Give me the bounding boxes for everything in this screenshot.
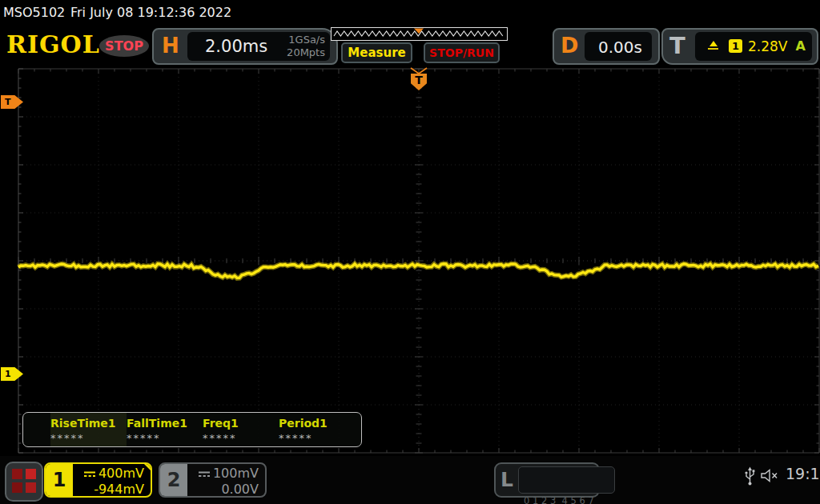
oscilloscope-screen: MSO5102 Fri July 08 19:12:36 2022 RIGOL … (0, 0, 820, 504)
delay-key: D (561, 33, 578, 58)
graticule (0, 66, 820, 456)
measurement-label: Freq1 (203, 417, 279, 430)
channel1-scale: 400mV (98, 466, 144, 481)
channel2-offset: 0.00V (187, 482, 259, 497)
channel1-scale-line: 400mV (73, 466, 144, 482)
logic-channel-numbers: 0 1 2 3 4 5 6 7 8 9 1011 12131415 (518, 466, 615, 494)
measurement-period[interactable]: Period1 ***** (279, 413, 355, 446)
trigger-position-marker[interactable]: T (409, 67, 428, 91)
channel2-number: 2 (160, 464, 187, 496)
logic-key: L (496, 464, 518, 496)
measurement-label: RiseTime1 (50, 417, 127, 430)
channel1-offset: -944mV (73, 482, 144, 497)
bottom-bar: 1 400mV -944mV 2 100mV 0.00V L 0 1 2 3 4… (0, 456, 820, 504)
measure-button[interactable]: Measure (341, 42, 412, 63)
datetime-label: Fri July 08 19:12:36 2022 (70, 5, 231, 20)
measurement-freq[interactable]: Freq1 ***** (203, 413, 279, 446)
memory-waveform-icon (331, 27, 508, 41)
speaker-muted-icon[interactable] (761, 469, 780, 486)
measurement-label: FallTime1 (127, 417, 203, 430)
dc-coupling-icon (83, 466, 96, 482)
rising-edge-trigger-icon (706, 39, 720, 54)
header-bar: RIGOL STOP H 2.00ms 1GSa/s 20Mpts Measur… (0, 24, 820, 66)
channel2-scale: 100mV (213, 466, 259, 481)
delay-block[interactable]: D 0.00s (553, 28, 660, 65)
clock-label: 19:12 (786, 465, 820, 482)
measurement-value: ***** (127, 432, 203, 444)
logic-row1: 0 1 2 3 4 5 6 7 (524, 494, 614, 504)
logic-channels-badge[interactable]: L 0 1 2 3 4 5 6 7 8 9 1011 12131415 (494, 462, 600, 498)
dc-coupling-icon (198, 466, 211, 482)
trigger-level-value: 2.28V (748, 38, 787, 54)
trigger-t-badge: T (411, 74, 427, 90)
trigger-key: T (669, 32, 685, 59)
stop-run-button[interactable]: STOP/RUN (424, 42, 500, 63)
channel2-badge[interactable]: 2 100mV 0.00V (159, 462, 267, 498)
channel1-corner-fold (143, 462, 152, 472)
trigger-source-badge: 1 (729, 39, 742, 53)
menu-square (12, 482, 22, 493)
memory-depth: 20Mpts (287, 46, 325, 59)
measurement-label: Period1 (279, 417, 355, 430)
menu-square (26, 469, 36, 479)
trigger-inner: 1 2.28V A (695, 32, 812, 61)
delay-value: 0.00s (598, 38, 642, 57)
measurement-risetime[interactable]: RiseTime1 ***** (50, 413, 127, 446)
trigger-chevron-icon (409, 67, 428, 74)
run-state-badge: STOP (99, 35, 149, 57)
measurements-panel[interactable]: RiseTime1 ***** FallTime1 ***** Freq1 **… (22, 412, 362, 447)
horizontal-key: H (162, 34, 179, 58)
channel1-number: 1 (46, 464, 73, 496)
usb-icon (744, 466, 756, 490)
trigger-mode-indicator: A (796, 38, 806, 54)
acquisition-info: 1GSa/s 20Mpts (287, 34, 325, 59)
channel2-scale-line: 100mV (187, 466, 259, 482)
delay-inner: 0.00s (585, 32, 652, 61)
horizontal-inner: 2.00ms 1GSa/s 20Mpts (187, 32, 330, 61)
menu-square (12, 469, 22, 479)
quick-menu-icon[interactable] (5, 462, 43, 502)
rigol-logo: RIGOL (6, 30, 100, 58)
horizontal-block[interactable]: H 2.00ms 1GSa/s 20Mpts (152, 28, 338, 65)
status-bar: MSO5102 Fri July 08 19:12:36 2022 (0, 0, 820, 24)
measurement-value: ***** (203, 432, 279, 444)
channel2-values: 100mV 0.00V (187, 464, 265, 496)
trigger-block[interactable]: T 1 2.28V A (661, 28, 818, 65)
timebase-value: 2.00ms (205, 37, 267, 56)
channel1-values: 400mV -944mV (73, 464, 151, 496)
sample-rate: 1GSa/s (287, 34, 325, 46)
memory-preview-bar[interactable] (331, 27, 508, 41)
menu-square (26, 482, 36, 493)
measurement-value: ***** (50, 432, 127, 444)
model-label: MSO5102 (3, 5, 65, 20)
measurement-falltime[interactable]: FallTime1 ***** (127, 413, 203, 446)
measurement-value: ***** (279, 432, 355, 444)
waveform-display[interactable]: T 1 T (0, 66, 820, 456)
channel1-badge[interactable]: 1 400mV -944mV (44, 462, 152, 498)
